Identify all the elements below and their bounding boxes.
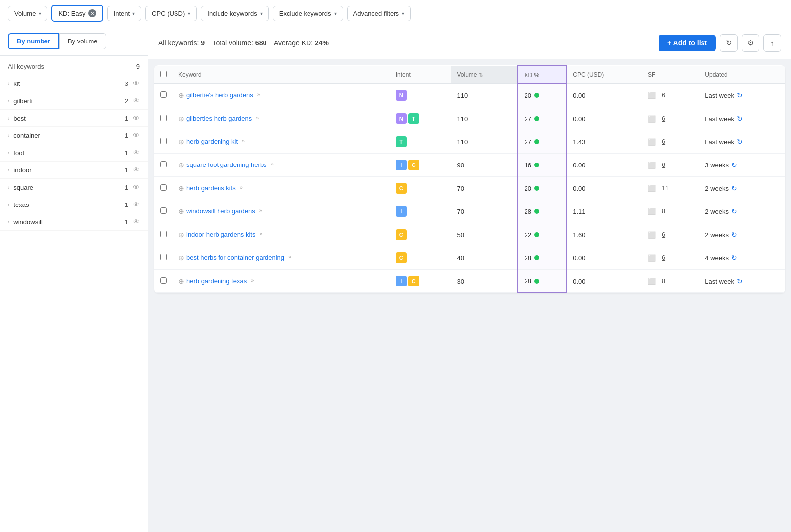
row-checkbox-cell [154, 154, 173, 177]
kd-cell: 28 [518, 246, 567, 270]
kd-filter[interactable]: KD: Easy ✕ [51, 5, 103, 22]
sf-number[interactable]: 11 [662, 185, 668, 192]
sidebar-item[interactable]: › windowsill 1 👁 [0, 213, 148, 231]
refresh-row-icon[interactable]: ↻ [731, 231, 737, 239]
intent-filter[interactable]: Intent ▾ [107, 6, 142, 21]
eye-icon[interactable]: 👁 [133, 201, 140, 208]
sf-number[interactable]: 6 [662, 162, 665, 168]
volume-cell: 70 [451, 200, 518, 223]
volume-filter[interactable]: Volume ▾ [8, 6, 47, 21]
refresh-button[interactable]: ↻ [720, 34, 738, 52]
refresh-row-icon[interactable]: ↻ [731, 184, 737, 192]
add-icon[interactable]: ⊕ [178, 91, 184, 99]
add-icon[interactable]: ⊕ [178, 231, 184, 239]
kd-value: 20 [524, 92, 531, 99]
intent-badge-c: C [396, 252, 407, 263]
keyword-link[interactable]: gilbertie's herb gardens » [186, 91, 260, 99]
sidebar-item[interactable]: › container 1 👁 [0, 127, 148, 144]
add-icon[interactable]: ⊕ [178, 115, 184, 123]
sidebar-item[interactable]: › square 1 👁 [0, 179, 148, 196]
add-icon[interactable]: ⊕ [178, 138, 184, 146]
cpc-cell: 1.11 [567, 200, 642, 223]
row-checkbox-cell [154, 84, 173, 107]
add-icon[interactable]: ⊕ [178, 207, 184, 215]
row-checkbox-cell [154, 107, 173, 130]
sf-number[interactable]: 6 [662, 92, 665, 99]
keyword-link[interactable]: herb gardens kits » [186, 184, 243, 192]
sf-number[interactable]: 8 [662, 278, 665, 285]
settings-button[interactable]: ⚙ [742, 34, 759, 52]
sidebar-item[interactable]: › indoor 1 👁 [0, 162, 148, 179]
add-icon[interactable]: ⊕ [178, 161, 184, 169]
eye-icon[interactable]: 👁 [133, 183, 140, 191]
eye-icon[interactable]: 👁 [133, 80, 140, 87]
sf-divider: | [658, 231, 659, 239]
chevron-right-icon: › [8, 133, 9, 138]
keyword-link[interactable]: windowsill herb gardens » [186, 207, 262, 215]
tab-by-volume[interactable]: By volume [59, 33, 106, 49]
row-checkbox[interactable] [160, 207, 167, 214]
refresh-row-icon[interactable]: ↻ [737, 115, 743, 123]
eye-icon[interactable]: 👁 [133, 97, 140, 105]
sf-number[interactable]: 6 [662, 138, 665, 145]
sf-cell: ⬜ | 6 [642, 107, 699, 130]
advanced-filters[interactable]: Advanced filters ▾ [347, 6, 411, 21]
close-icon[interactable]: ✕ [88, 9, 96, 17]
sf-cell: ⬜ | 6 [642, 130, 699, 154]
sf-number[interactable]: 6 [662, 115, 665, 122]
row-checkbox[interactable] [160, 184, 167, 191]
row-checkbox[interactable] [160, 138, 167, 144]
row-checkbox[interactable] [160, 231, 167, 237]
sidebar-item[interactable]: › gilberti 2 👁 [0, 92, 148, 110]
include-keywords-filter[interactable]: Include keywords ▾ [201, 6, 268, 21]
select-all-checkbox[interactable] [160, 71, 167, 77]
eye-icon[interactable]: 👁 [133, 131, 140, 139]
eye-icon[interactable]: 👁 [133, 218, 140, 226]
sidebar-item[interactable]: › best 1 👁 [0, 110, 148, 127]
row-checkbox[interactable] [160, 91, 167, 98]
sidebar-item[interactable]: › kit 3 👁 [0, 75, 148, 92]
keyword-link[interactable]: square foot gardening herbs » [186, 161, 274, 168]
sf-number[interactable]: 6 [662, 231, 665, 238]
export-button[interactable]: ↑ [763, 34, 781, 52]
keyword-link[interactable]: herb gardening kit » [186, 138, 245, 145]
cpc-filter[interactable]: CPC (USD) ▾ [145, 6, 197, 21]
row-checkbox[interactable] [160, 254, 167, 260]
keyword-link[interactable]: best herbs for container gardening » [186, 254, 291, 261]
keyword-arrows-icon: » [242, 138, 245, 144]
eye-icon[interactable]: 👁 [133, 114, 140, 122]
refresh-row-icon[interactable]: ↻ [731, 254, 737, 262]
updated-cell: Last week ↻ [699, 130, 785, 154]
volume-col-header[interactable]: Volume ⇅ [451, 66, 518, 84]
tab-by-number[interactable]: By number [8, 33, 59, 49]
chevron-right-icon: › [8, 81, 9, 86]
row-checkbox[interactable] [160, 115, 167, 121]
sidebar-item[interactable]: › foot 1 👁 [0, 144, 148, 162]
eye-icon[interactable]: 👁 [133, 149, 140, 157]
row-checkbox[interactable] [160, 161, 167, 167]
add-icon[interactable]: ⊕ [178, 184, 184, 192]
refresh-row-icon[interactable]: ↻ [731, 161, 737, 169]
sf-cell: ⬜ | 11 [642, 177, 699, 200]
row-checkbox[interactable] [160, 277, 167, 284]
refresh-row-icon[interactable]: ↻ [731, 207, 737, 215]
add-icon[interactable]: ⊕ [178, 277, 184, 285]
refresh-row-icon[interactable]: ↻ [737, 91, 743, 99]
avg-kd-label: Average KD: [274, 39, 313, 47]
keyword-link[interactable]: indoor herb gardens kits » [186, 231, 263, 238]
refresh-row-icon[interactable]: ↻ [737, 277, 743, 285]
sidebar-item[interactable]: › texas 1 👁 [0, 196, 148, 213]
exclude-keywords-filter[interactable]: Exclude keywords ▾ [273, 6, 343, 21]
cpc-cell: 1.43 [567, 130, 642, 154]
add-icon[interactable]: ⊕ [178, 254, 184, 262]
add-to-list-button[interactable]: + Add to list [659, 35, 716, 51]
sidebar-item-count: 1 [125, 201, 128, 208]
upload-icon: ↑ [770, 39, 774, 47]
keyword-link[interactable]: herb gardening texas » [186, 277, 254, 285]
sf-number[interactable]: 6 [662, 254, 665, 261]
all-keywords-label: All keywords [8, 63, 44, 70]
eye-icon[interactable]: 👁 [133, 166, 140, 174]
keyword-link[interactable]: gilberties herb gardens » [186, 115, 259, 122]
sf-number[interactable]: 8 [662, 208, 665, 215]
refresh-row-icon[interactable]: ↻ [737, 138, 743, 146]
